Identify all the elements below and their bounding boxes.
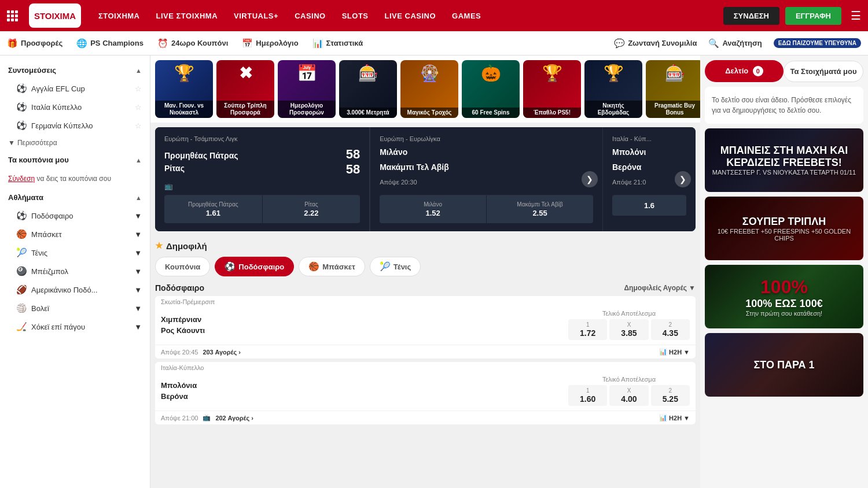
promo-icon-5: 🎃: [481, 64, 501, 83]
odd-btn-team2-0[interactable]: Ρίτας 2.22: [263, 195, 361, 223]
match-arrow-2[interactable]: ❯: [675, 171, 691, 187]
sec-nav-stats[interactable]: 📊 Στατιστικά: [312, 38, 363, 49]
odd-label-team1-0: Προμηθέας Πάτρας: [168, 201, 259, 208]
odd-btn-team2-1[interactable]: Μακάμπι Τελ Αβίβ 2.55: [487, 195, 593, 223]
promo-card-6[interactable]: 🏆 Έπαθλο PS5!: [523, 60, 581, 118]
promo-card-8[interactable]: 🎰 Pragmatic Buy Bonus: [646, 60, 700, 118]
search[interactable]: 🔍 Αναζήτηση: [708, 38, 762, 49]
popular-team2-0: Ρος Κάουντι: [161, 325, 568, 337]
star-popular-icon: ★: [155, 241, 163, 251]
h2h-link-0[interactable]: 📊 H2H ▼: [659, 348, 690, 356]
sidebar-item-germany-cup[interactable]: ⚽ Γερμανία Κύπελλο ☆: [0, 116, 150, 135]
promo-card-5[interactable]: 🎃 60 Free Spins: [462, 60, 520, 118]
sidebar-sport-basketball[interactable]: 🏀 Μπάσκετ ▼: [0, 225, 150, 243]
promo-card-0[interactable]: 🏆 Μαν. Γιουν. vs Νιούκαστλ: [155, 60, 213, 118]
sidebar-sport-american-football[interactable]: 🏈 Αμερικάνικο Ποδό... ▼: [0, 280, 150, 299]
sidebar-item-italy-cup[interactable]: ⚽ Ιταλία Κύπελλο ☆: [0, 98, 150, 116]
markets-label-text: Δημοφιλείς Αγορές: [624, 284, 687, 292]
tab-soccer[interactable]: ⚽ Ποδόσφαιρο: [215, 257, 294, 276]
sports-header[interactable]: Αθλήματα ▲: [0, 188, 150, 206]
sidebar-sport-volleyball[interactable]: 🏐 Βολεϊ ▼: [0, 299, 150, 317]
hockey-sport-icon: 🏒: [16, 321, 27, 332]
odd-cell-x-1[interactable]: Χ 4.00: [609, 385, 648, 406]
sidebar-sport-soccer[interactable]: ⚽ Ποδόσφαιρο ▼: [0, 206, 150, 225]
promo-banner-0[interactable]: ΜΠΑΙΝΕΙΣ ΣΤΗ ΜΑΧΗ ΚΑΙ ΚΕΡΔΙΖΕΙΣ FREEBETS…: [705, 128, 863, 192]
grid-icon[interactable]: [7, 10, 17, 21]
coupons-signin-link[interactable]: Σύνδεση: [8, 175, 35, 183]
top-navigation: STOIXIMA ΣΤΟΙΧΗΜΑ LIVE ΣΤΟΙΧΗΜΑ VIRTUALS…: [0, 0, 868, 31]
sidebar-sport-hockey[interactable]: 🏒 Χόκεϊ επί πάγου ▼: [0, 317, 150, 336]
main-nav-links: ΣΤΟΙΧΗΜΑ LIVE ΣΤΟΙΧΗΜΑ VIRTUALS+ CASINO …: [98, 12, 712, 20]
promo-banner-1[interactable]: ΣΟΥΠΕΡ ΤΡΙΠΛΗ 10€ FREEBET +50 FREESPINS …: [705, 197, 863, 260]
sidebar-sport-tennis[interactable]: 🎾 Τένις ▼: [0, 243, 150, 262]
hamburger-icon[interactable]: ☰: [851, 9, 861, 23]
promo-banner-2[interactable]: 100% 100% ΕΩΣ 100€ Στην πρώτη σου κατάθε…: [705, 265, 863, 328]
markets-label[interactable]: Δημοφιλείς Αγορές ▼: [624, 284, 696, 292]
logo[interactable]: STOIXIMA: [29, 3, 81, 28]
promo-card-3[interactable]: 🎰 3.000€ Μετρητά: [339, 60, 397, 118]
tab-basketball[interactable]: 🏀 Μπάσκετ: [299, 257, 365, 276]
age-badge: ΕΔΩ ΠΑΙΖΟΥΜΕ ΥΠΕΥΘΥΝΑ: [774, 38, 861, 48]
sidebar-item-england-efl[interactable]: ⚽ Αγγλία EFL Cup ☆: [0, 79, 150, 98]
odd-cell-2-1[interactable]: 2 5.25: [651, 385, 690, 406]
odd-btn-team1-1[interactable]: Μιλάνο 1.52: [380, 195, 487, 223]
odd-cell-2-0[interactable]: 2 4.35: [651, 319, 690, 340]
live-chat[interactable]: 💬 Ζωντανή Συνομιλία: [614, 38, 697, 49]
nav-stoixima[interactable]: ΣΤΟΙΧΗΜΑ: [98, 12, 140, 20]
star-icon-2: ☆: [135, 121, 142, 130]
odd-x-val-1: 4.00: [621, 394, 637, 404]
markets-count-1[interactable]: 202 Αγορές ›: [215, 415, 253, 422]
mybets-label: Τα Στοιχήματά μου: [790, 67, 856, 76]
match-card-1: Ευρώπη - Ευρωλίγκα Μιλάνο Μακάμπι Τελ Αβ…: [370, 127, 603, 231]
promo-card-7[interactable]: 🏆 Νικητής Εβδομάδας: [584, 60, 642, 118]
register-button[interactable]: ΕΓΓΡΑΦΗ: [785, 7, 841, 25]
odd-btn-team1-0[interactable]: Προμηθέας Πάτρας 1.61: [164, 195, 263, 223]
match-arrow-1[interactable]: ❯: [582, 171, 598, 187]
promo-banner-3[interactable]: ΣΤΟ ΠΑΡΑ 1: [705, 333, 863, 397]
coupons-header[interactable]: Τα κουπόνια μου ▲: [0, 151, 150, 169]
tab-coupons-label: Κουπόνια: [165, 263, 200, 271]
nav-games[interactable]: GAMES: [452, 12, 481, 20]
match-team1-0: Προμηθέας Πάτρας: [164, 149, 238, 162]
promo-card-2[interactable]: 📅 Ημερολόγιο Προσφορών: [278, 60, 336, 118]
promo-card-4[interactable]: 🎡 Μαγικός Τροχός: [400, 60, 458, 118]
promo-card-1[interactable]: ✖ Σούπερ Τρίπλη Προσφορά: [216, 60, 274, 118]
coupons-section: Σύνδεση να δεις τα κουπόνια σου: [0, 169, 150, 188]
betslip-tab-mybets[interactable]: Τα Στοιχήματά μου: [784, 61, 863, 82]
h2h-link-1[interactable]: 📊 H2H ▼: [659, 414, 690, 422]
match-team2-2: Βερόνα: [612, 161, 686, 173]
sec-nav-ps-champions[interactable]: 🌐 PS Champions: [76, 38, 144, 49]
markets-count-0[interactable]: 203 Αγορές ›: [203, 349, 241, 356]
sec-nav-calendar[interactable]: 📅 Ημερολόγιο: [242, 38, 298, 49]
login-button[interactable]: ΣΥΝΔΕΣΗ: [723, 7, 779, 25]
nav-live[interactable]: LIVE ΣΤΟΙΧΗΜΑ: [156, 12, 218, 20]
nav-virtuals[interactable]: VIRTUALS+: [234, 12, 278, 20]
ps-champions-label: PS Champions: [90, 39, 144, 47]
sidebar-sport-baseball[interactable]: 🎱 Μπέιζμπολ ▼: [0, 262, 150, 280]
match-row-header-1: Μπολόνια Βερόνα Τελικό Αποτέλεσμα 1 1.60…: [155, 371, 696, 411]
nav-casino[interactable]: CASINO: [295, 12, 326, 20]
odd-cell-1-1[interactable]: 1 1.60: [568, 385, 607, 406]
tab-tennis[interactable]: 🎾 Τένις: [370, 257, 421, 276]
odd-label-team2-1: Μακάμπι Τελ Αβίβ: [490, 201, 590, 208]
sidebar-item-label-0: Αγγλία EFL Cup: [31, 84, 85, 93]
basketball-chevron: ▼: [134, 230, 142, 239]
odd-btn-team1-2[interactable]: 1.6: [612, 195, 686, 216]
betslip-empty-message: Το δελτίο σου είναι άδειο. Πρόσθεσε επιλ…: [705, 87, 863, 124]
odd-cell-1-0[interactable]: 1 1.72: [568, 319, 607, 340]
promo-label-0: Μαν. Γιουν. vs Νιούκαστλ: [155, 101, 213, 118]
betslip-badge: 0: [753, 66, 763, 76]
match-team1-1: Μιλάνο: [380, 146, 593, 158]
shortcuts-header[interactable]: Συντομεύσεις ▲: [0, 61, 150, 79]
nav-livecasino[interactable]: LIVE CASINO: [385, 12, 436, 20]
betslip-tab-active[interactable]: Δελτίο 0: [705, 60, 784, 82]
odd-val-1-2: 1.6: [644, 201, 654, 210]
sec-nav-offers[interactable]: 🎁 Προσφορές: [7, 38, 62, 49]
odd-cell-x-0[interactable]: Χ 3.85: [609, 319, 648, 340]
tab-coupons[interactable]: Κουπόνια: [155, 257, 210, 276]
match-card-2: Ιταλία - Κύπ... Μπολόνι Βερόνα Απόψε 21:…: [603, 127, 696, 231]
nav-slots[interactable]: SLOTS: [342, 12, 369, 20]
main-layout: Συντομεύσεις ▲ ⚽ Αγγλία EFL Cup ☆ ⚽ Ιταλ…: [0, 56, 868, 488]
more-shortcuts[interactable]: ▼ Περισσότερα: [0, 135, 150, 151]
sec-nav-24coupon[interactable]: ⏰ 24ωρο Κουπόνι: [157, 38, 228, 49]
